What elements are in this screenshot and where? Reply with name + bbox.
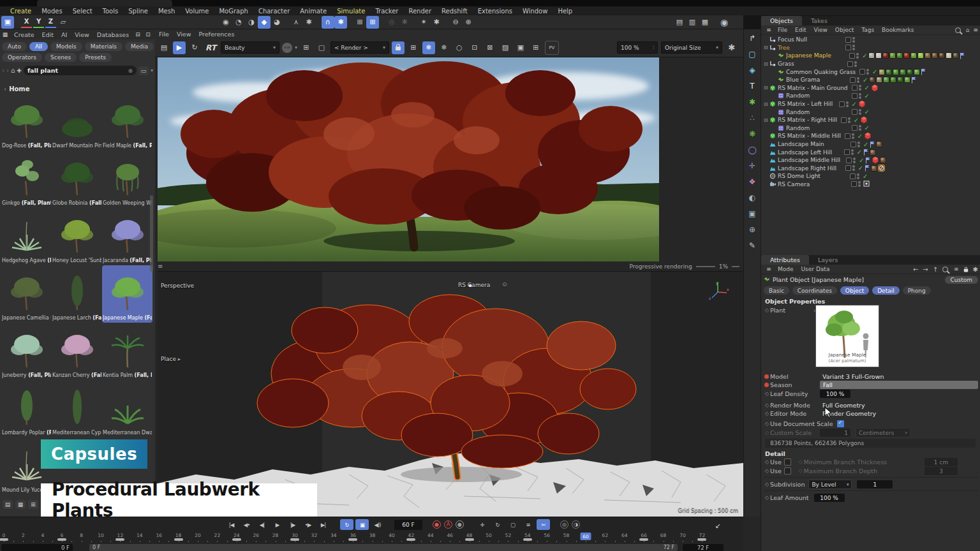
material-tag[interactable] xyxy=(897,77,903,83)
enabled-check-icon[interactable]: ✓ xyxy=(858,157,865,164)
layer-toggle[interactable] xyxy=(849,53,855,59)
deformer-axis-icon[interactable]: ✛ xyxy=(746,159,759,172)
render-settings-icon[interactable]: ▦ xyxy=(699,16,711,29)
texture-mode-icon[interactable]: ◕ xyxy=(271,16,283,29)
asset-globe-robinia-fall-pl[interactable]: Globe Robinia (Fall, Pl... xyxy=(52,151,102,208)
expander-icon[interactable]: ⊟ xyxy=(764,45,769,50)
rv-menu-file[interactable]: File xyxy=(155,31,173,38)
visibility-dots[interactable] xyxy=(852,133,854,139)
place-tool-label[interactable]: Place ▸ xyxy=(161,356,181,362)
asset-lombardy-poplar-fall[interactable]: Lombardy Poplar (Fall... xyxy=(1,380,52,437)
symmetry-toggle-icon[interactable]: ✶ xyxy=(417,16,430,29)
channels-grid-icon[interactable]: ⊞ xyxy=(300,41,313,54)
environment-icon[interactable]: ◐ xyxy=(746,191,759,203)
menu-character[interactable]: Character xyxy=(253,8,295,15)
annotation-tag-icon[interactable] xyxy=(870,141,875,148)
object-row-landscape-right-hill[interactable]: Landscape Right Hill✓ xyxy=(761,165,980,173)
asset-jacaranda-fall-plant[interactable]: Jacaranda (Fall, Plant) xyxy=(102,208,152,265)
tab-scenes[interactable]: Scenes xyxy=(45,53,77,62)
annotation-tag-icon[interactable] xyxy=(960,52,965,59)
om-menu-bookmarks[interactable]: Bookmarks xyxy=(878,27,917,33)
ab-menu-view[interactable]: View xyxy=(71,31,93,38)
leaf-density-row[interactable]: ◇Leaf Density 100 % xyxy=(764,390,978,398)
attr-tab-basic[interactable]: Basic xyxy=(764,286,789,295)
menu-mesh[interactable]: Mesh xyxy=(153,8,180,15)
crop-region-icon[interactable]: ▢ xyxy=(315,41,328,54)
enabled-check-icon[interactable]: ✓ xyxy=(863,92,871,99)
spline-primitive-icon[interactable]: ▢ xyxy=(746,48,759,60)
keyframe-selection-icon[interactable]: ◎ xyxy=(560,520,568,529)
annotation-tag-icon[interactable] xyxy=(865,165,870,172)
snap-toggle-icon[interactable]: ∩ xyxy=(322,16,334,29)
material-tag[interactable] xyxy=(870,149,876,156)
editor-mode-row[interactable]: ◇Editor Mode Render Geometry xyxy=(764,409,978,418)
material-tag[interactable] xyxy=(924,52,931,59)
enabled-check-icon[interactable]: ✓ xyxy=(856,149,863,156)
visibility-dots[interactable] xyxy=(854,61,857,67)
tab-operators[interactable]: Operators xyxy=(2,53,42,62)
use-document-scale-checkbox[interactable] xyxy=(837,420,844,427)
lock-icon[interactable] xyxy=(392,41,405,54)
render-settings-gear-icon[interactable]: ✱ xyxy=(725,41,738,54)
pv-icon[interactable]: PV xyxy=(545,41,559,55)
enabled-check-icon[interactable]: ✓ xyxy=(861,173,869,180)
om-menu-edit[interactable]: Edit xyxy=(791,27,810,33)
enabled-check-icon[interactable]: ✓ xyxy=(863,108,871,115)
plant-row[interactable]: ◇Plant › xyxy=(764,306,816,314)
autokey-icon[interactable]: A xyxy=(444,520,452,529)
redshift-tag-icon[interactable] xyxy=(872,156,879,164)
edges-mode-icon[interactable]: ◔ xyxy=(232,16,245,29)
material-tag[interactable] xyxy=(903,52,910,59)
material-tag[interactable] xyxy=(879,69,885,75)
visibility-dots[interactable] xyxy=(858,181,861,187)
visibility-dots[interactable] xyxy=(852,165,855,171)
material-tag[interactable] xyxy=(868,52,875,59)
tab-all[interactable]: All xyxy=(29,42,48,51)
leaf-amount-value[interactable]: 100 % xyxy=(814,494,845,502)
tiles-icon[interactable]: ⊞ xyxy=(407,41,420,54)
layout-list-icon[interactable]: ⊟ xyxy=(133,30,143,39)
layer-toggle[interactable] xyxy=(852,125,858,131)
object-row-rs-matrix-main-ground[interactable]: ⊟RS Matrix - Main Ground✓ xyxy=(761,84,980,92)
view-label[interactable]: Perspective xyxy=(161,283,194,289)
layout-grid-icon[interactable]: ⊡ xyxy=(143,30,153,39)
max-branch-use-checkbox[interactable] xyxy=(784,467,791,474)
archive-icon[interactable]: ▭ xyxy=(138,66,149,75)
tab-layers[interactable]: Layers xyxy=(809,255,847,265)
play-rt-icon[interactable]: ▶ xyxy=(173,41,186,54)
visibility-dots[interactable] xyxy=(857,173,859,179)
menu-tracker[interactable]: Tracker xyxy=(370,8,403,15)
material-tag[interactable] xyxy=(939,52,945,59)
redshift-tag-icon[interactable] xyxy=(871,84,879,92)
material-tag[interactable] xyxy=(886,69,892,75)
material-tag[interactable] xyxy=(904,77,910,83)
timeline-ruler[interactable]: 0246810121416182022242628303234363840424… xyxy=(0,533,715,543)
annotation-tag-icon[interactable] xyxy=(865,157,871,164)
object-row-landscape-left-hill[interactable]: Landscape Left Hill✓ xyxy=(761,148,980,156)
object-row-focus-null[interactable]: Focus Null xyxy=(761,36,980,44)
asset-mediterranean-cypres[interactable]: Mediterranean Cypres... xyxy=(52,380,102,437)
material-tag[interactable] xyxy=(890,77,896,83)
enabled-check-icon[interactable]: ✓ xyxy=(856,133,864,140)
symmetry-settings-icon[interactable]: ✱ xyxy=(430,16,443,29)
redshift-sphere-icon[interactable]: ◉ xyxy=(718,16,731,29)
object-row-japanese-maple[interactable]: Japanese Maple✓ xyxy=(761,52,980,60)
asset-japanese-larch-fall-pl[interactable]: Japanese Larch (Fall, Pl... xyxy=(52,265,102,323)
attr-search-icon[interactable] xyxy=(942,267,948,272)
material-tag[interactable] xyxy=(883,77,889,83)
text-object-icon[interactable]: T xyxy=(746,80,759,92)
zoom-field[interactable]: 100 %∶ xyxy=(617,41,658,54)
material-tag[interactable] xyxy=(876,141,882,147)
redshift-tag-icon[interactable] xyxy=(864,132,872,140)
deformer-torus-icon[interactable]: ◯ xyxy=(746,143,759,156)
expander-icon[interactable]: ⊟ xyxy=(764,61,769,67)
tab-takes[interactable]: Takes xyxy=(802,16,836,26)
enabled-check-icon[interactable]: ✓ xyxy=(863,84,871,91)
chevron-down-icon[interactable]: ▾ xyxy=(151,68,153,73)
om-search-icon[interactable] xyxy=(955,27,961,33)
layer-toggle[interactable] xyxy=(845,45,851,50)
asset-panel-icon[interactable]: ▦ xyxy=(0,30,10,39)
redshift-tag-icon[interactable] xyxy=(858,100,866,108)
asset-mediterranean-dwarf[interactable]: Mediterranean Dwarf ... xyxy=(102,380,152,437)
menu-render[interactable]: Render xyxy=(403,8,436,15)
